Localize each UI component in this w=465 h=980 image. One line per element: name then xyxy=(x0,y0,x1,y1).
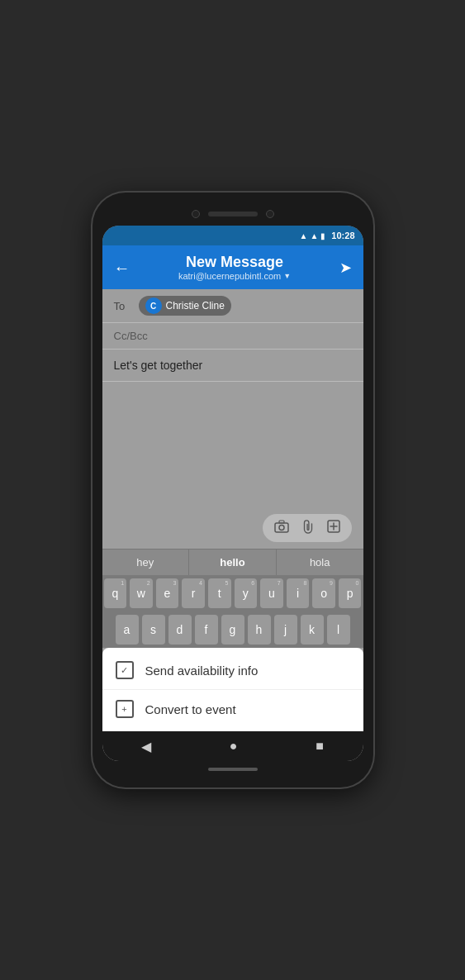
nav-home-button[interactable]: ● xyxy=(230,739,238,754)
recipient-chip[interactable]: C Christie Cline xyxy=(139,296,231,316)
key-o[interactable]: 9 o xyxy=(312,578,335,608)
phone-screen: ▲ ▲ ▮ 10:28 ← New Message katri@lucernep… xyxy=(102,226,363,761)
svg-point-1 xyxy=(279,526,284,530)
keyboard-row-2: a s d f g h j k l xyxy=(102,611,363,648)
key-u[interactable]: 7 u xyxy=(260,578,283,608)
plus-button[interactable] xyxy=(327,520,340,536)
back-button[interactable]: ← xyxy=(114,259,130,276)
header-title: New Message xyxy=(130,254,339,271)
key-e[interactable]: 3 e xyxy=(156,578,179,608)
account-dropdown-icon[interactable]: ▼ xyxy=(283,272,291,280)
status-icons: ▲ ▲ ▮ 10:28 xyxy=(300,231,355,240)
send-availability-label: Send availability info xyxy=(145,664,259,678)
convert-event-icon: + xyxy=(116,700,134,718)
phone-bottom-bar xyxy=(102,761,363,778)
header-subtitle: katri@lucernepubintl.com ▼ xyxy=(130,271,339,281)
word-suggest-bar: hey hello hola xyxy=(102,549,363,575)
suggest-hey[interactable]: hey xyxy=(102,549,190,575)
svg-rect-0 xyxy=(275,523,288,532)
front-camera xyxy=(192,210,200,218)
recipient-name: Christie Cline xyxy=(166,300,225,312)
key-r[interactable]: 4 r xyxy=(182,578,205,608)
suggest-hola[interactable]: hola xyxy=(277,549,363,575)
app-header: ← New Message katri@lucernepubintl.com ▼… xyxy=(102,245,363,289)
key-s[interactable]: s xyxy=(142,615,165,645)
subject-text: Let's get together xyxy=(114,359,203,372)
home-indicator xyxy=(208,768,258,771)
front-sensor xyxy=(266,210,274,218)
status-time: 10:28 xyxy=(331,231,354,240)
keyboard-row-1: 1 q 2 w 3 e 4 r 5 t xyxy=(102,575,363,611)
key-a[interactable]: a xyxy=(116,615,139,645)
nav-back-button[interactable]: ◀ xyxy=(141,739,151,754)
send-availability-item[interactable]: ✓ Send availability info xyxy=(102,651,363,690)
send-availability-icon: ✓ xyxy=(116,661,134,679)
svg-rect-2 xyxy=(279,521,284,523)
key-l[interactable]: l xyxy=(327,615,350,645)
key-t[interactable]: 5 t xyxy=(208,578,231,608)
wifi-icon: ▲ xyxy=(300,231,308,240)
suggest-hello[interactable]: hello xyxy=(189,549,277,575)
to-label: To xyxy=(114,300,132,312)
popup-menu: ✓ Send availability info + Convert to ev… xyxy=(102,648,363,731)
key-y[interactable]: 6 y xyxy=(235,578,258,608)
cc-bcc-label: Cc/Bcc xyxy=(114,330,148,342)
attachment-button[interactable] xyxy=(302,519,314,537)
nav-recent-button[interactable]: ■ xyxy=(316,739,324,754)
nav-bar: ◀ ● ■ xyxy=(102,731,363,761)
key-h[interactable]: h xyxy=(248,615,271,645)
send-button[interactable]: ➤ xyxy=(339,259,352,277)
key-d[interactable]: d xyxy=(168,615,192,645)
convert-to-event-item[interactable]: + Convert to event xyxy=(102,690,363,728)
key-f[interactable]: f xyxy=(195,615,218,645)
header-center: New Message katri@lucernepubintl.com ▼ xyxy=(130,254,339,281)
key-j[interactable]: j xyxy=(274,615,297,645)
cc-bcc-row[interactable]: Cc/Bcc xyxy=(102,323,363,350)
email-body: To C Christie Cline Cc/Bcc Let's get tog… xyxy=(102,289,363,731)
convert-event-label: Convert to event xyxy=(145,702,236,716)
signal-icon: ▲ xyxy=(310,231,318,240)
phone-top-bar xyxy=(102,202,363,226)
attachment-toolbar xyxy=(102,507,363,549)
to-field-row[interactable]: To C Christie Cline xyxy=(102,289,363,323)
attach-buttons-group xyxy=(263,514,352,542)
key-i[interactable]: 8 i xyxy=(287,578,310,608)
key-g[interactable]: g xyxy=(221,615,244,645)
key-q[interactable]: 1 q xyxy=(104,578,127,608)
phone-frame: ▲ ▲ ▮ 10:28 ← New Message katri@lucernep… xyxy=(93,193,373,787)
battery-icon: ▮ xyxy=(320,231,325,240)
subject-row[interactable]: Let's get together xyxy=(102,350,363,382)
status-bar: ▲ ▲ ▮ 10:28 xyxy=(102,226,363,245)
compose-area[interactable] xyxy=(102,382,363,507)
camera-button[interactable] xyxy=(274,520,289,536)
recipient-avatar: C xyxy=(145,297,162,314)
key-w[interactable]: 2 w xyxy=(130,578,153,608)
phone-speaker xyxy=(208,212,258,216)
key-k[interactable]: k xyxy=(301,615,324,645)
key-p[interactable]: 0 p xyxy=(339,578,362,608)
